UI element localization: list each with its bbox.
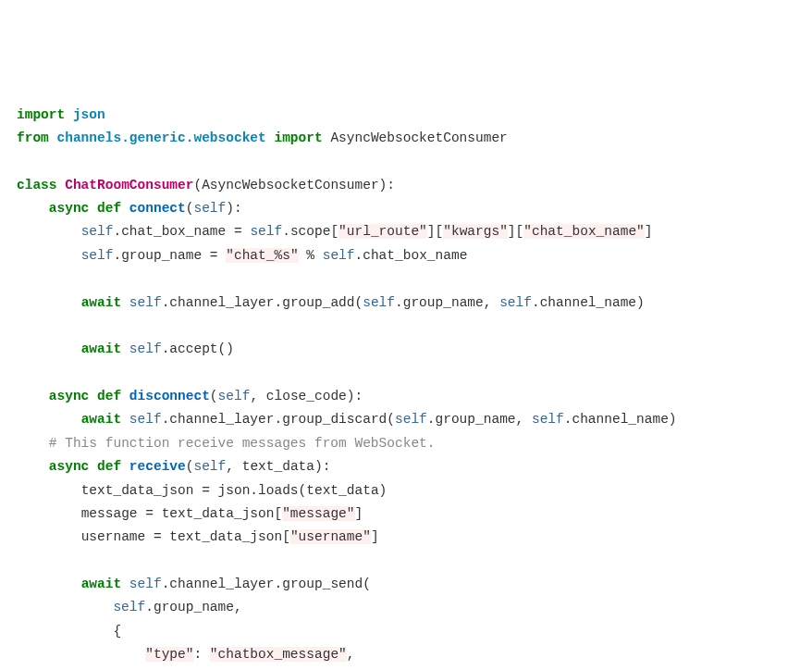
keyword-await: await	[81, 577, 122, 591]
code-line: from channels.generic.websocket import A…	[17, 130, 508, 145]
keyword-import: import	[17, 107, 65, 122]
comment: # This function receive messages from We…	[49, 436, 436, 451]
code-line: {	[17, 624, 121, 639]
code-text: .channel_name)	[532, 295, 645, 310]
code-text: ,	[347, 647, 355, 662]
code-line: self.group_name = "chat_%s" % self.chat_…	[17, 248, 467, 263]
self-ref: self	[81, 248, 114, 263]
string-literal: "username"	[290, 529, 371, 544]
self-ref: self	[218, 389, 251, 403]
keyword-import: import	[274, 130, 322, 145]
code-line: await self.accept()	[17, 341, 234, 356]
string-literal: "chatbox_message"	[210, 647, 347, 662]
code-text: .channel_layer.group_add(	[162, 295, 363, 310]
keyword-async: async	[49, 459, 90, 474]
self-ref: self	[499, 295, 532, 310]
code-text: .scope[	[282, 224, 338, 239]
string-literal: "kwargs"	[443, 224, 508, 239]
module-name: json	[73, 107, 105, 122]
code-line: "type": "chatbox_message",	[17, 647, 355, 662]
self-ref: self	[129, 295, 162, 310]
code-text: .accept()	[162, 341, 234, 356]
keyword-await: await	[81, 412, 122, 427]
keyword-async: async	[49, 201, 90, 216]
code-text: .chat_box_name =	[113, 224, 250, 239]
self-ref: self	[193, 201, 226, 216]
class-name: ChatRoomConsumer	[65, 178, 193, 192]
string-literal: "chat_box_name"	[523, 224, 645, 239]
code-text: .group_name,	[145, 600, 241, 614]
code-line: async def connect(self):	[17, 201, 242, 216]
code-text: (AsyncWebsocketConsumer):	[193, 178, 395, 192]
code-line: await self.channel_layer.group_add(self.…	[17, 295, 645, 310]
self-ref: self	[129, 341, 162, 356]
function-name: disconnect	[129, 389, 210, 403]
code-text: text_data_json = json.loads(text_data)	[81, 483, 388, 498]
code-text: , text_data):	[226, 459, 330, 474]
code-line: self.chat_box_name = self.scope["url_rou…	[17, 224, 653, 239]
code-line: await self.channel_layer.group_send(	[17, 577, 371, 591]
code-line: import json	[17, 107, 105, 122]
self-ref: self	[250, 224, 282, 239]
self-ref: self	[532, 412, 564, 427]
string-literal: "type"	[145, 647, 193, 662]
code-text: ][	[508, 224, 523, 239]
code-text: :	[193, 647, 209, 662]
code-text: {	[113, 624, 121, 639]
function-name: connect	[129, 201, 186, 216]
code-text: message = text_data_json[	[81, 506, 283, 521]
code-text: .group_name =	[113, 248, 226, 263]
code-line: await self.channel_layer.group_discard(s…	[17, 412, 677, 427]
code-line: self.group_name,	[17, 600, 242, 614]
code-line: # This function receive messages from We…	[17, 436, 435, 451]
code-line: async def receive(self, text_data):	[17, 459, 330, 474]
code-text: ):	[226, 201, 241, 216]
code-text: ][	[427, 224, 443, 239]
self-ref: self	[113, 600, 145, 614]
self-ref: self	[363, 295, 395, 310]
code-text: .group_name,	[395, 295, 499, 310]
function-name: receive	[129, 459, 186, 474]
code-line: message = text_data_json["message"]	[17, 506, 363, 521]
code-text: username = text_data_json[	[81, 529, 290, 544]
code-text: ]	[355, 506, 363, 521]
code-text: .channel_layer.group_send(	[162, 577, 371, 591]
code-text: (	[210, 389, 218, 403]
string-literal: "url_route"	[338, 224, 427, 239]
keyword-def: def	[97, 389, 121, 403]
code-text: .group_name,	[427, 412, 532, 427]
code-text: ]	[645, 224, 653, 239]
code-text: ]	[371, 529, 379, 544]
code-text: .channel_layer.group_discard(	[162, 412, 395, 427]
keyword-async: async	[49, 389, 90, 403]
keyword-def: def	[97, 459, 121, 474]
code-line: class ChatRoomConsumer(AsyncWebsocketCon…	[17, 178, 395, 192]
imported-name: AsyncWebsocketConsumer	[330, 130, 507, 145]
string-literal: "message"	[282, 506, 354, 521]
keyword-await: await	[81, 295, 122, 310]
keyword-class: class	[17, 178, 57, 192]
code-text: , close_code):	[250, 389, 363, 403]
code-block: import json from channels.generic.websoc…	[17, 104, 795, 671]
self-ref: self	[129, 412, 162, 427]
code-line: async def disconnect(self, close_code):	[17, 389, 363, 403]
self-ref: self	[81, 224, 114, 239]
self-ref: self	[395, 412, 427, 427]
string-literal: "chat_%s"	[226, 248, 298, 263]
self-ref: self	[193, 459, 226, 474]
code-text: .chat_box_name	[355, 248, 468, 263]
code-text: %	[299, 248, 323, 263]
self-ref: self	[129, 577, 162, 591]
keyword-from: from	[17, 130, 49, 145]
module-name: channels.generic.websocket	[57, 130, 266, 145]
code-line: username = text_data_json["username"]	[17, 529, 379, 544]
code-line: text_data_json = json.loads(text_data)	[17, 483, 387, 498]
self-ref: self	[323, 248, 355, 263]
keyword-await: await	[81, 341, 122, 356]
code-text: .channel_name)	[564, 412, 677, 427]
keyword-def: def	[97, 201, 121, 216]
